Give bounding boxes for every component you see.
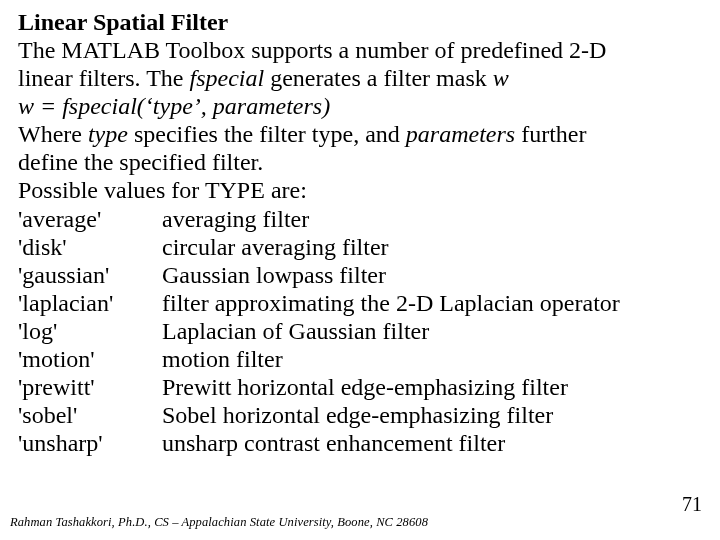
- table-row: 'unsharp' unsharp contrast enhancement f…: [18, 429, 704, 457]
- intro-line-2: linear filters. The fspecial generates a…: [18, 64, 704, 92]
- type-word: type: [88, 121, 128, 147]
- filter-desc: averaging filter: [162, 205, 704, 233]
- text: Where: [18, 121, 88, 147]
- filter-key: 'sobel': [18, 401, 162, 429]
- table-row: 'gaussian' Gaussian lowpass filter: [18, 261, 704, 289]
- filter-desc: Laplacian of Gaussian filter: [162, 317, 704, 345]
- filter-key: 'motion': [18, 345, 162, 373]
- text: specifies the filter type, and: [128, 121, 406, 147]
- filter-desc: Prewitt horizontal edge-emphasizing filt…: [162, 373, 704, 401]
- filter-key: 'prewitt': [18, 373, 162, 401]
- fspecial-word: fspecial: [190, 65, 265, 91]
- filter-key: 'disk': [18, 233, 162, 261]
- possible-values-heading: Possible values for TYPE are:: [18, 176, 704, 204]
- filter-key: 'unsharp': [18, 429, 162, 457]
- footer-credit: Rahman Tashakkori, Ph.D., CS – Appalachi…: [10, 515, 428, 530]
- w-var: w: [493, 65, 509, 91]
- filter-desc: filter approximating the 2-D Laplacian o…: [162, 289, 704, 317]
- table-row: 'motion' motion filter: [18, 345, 704, 373]
- table-row: 'log' Laplacian of Gaussian filter: [18, 317, 704, 345]
- parameters-word: parameters: [406, 121, 515, 147]
- where-line-1: Where type specifies the filter type, an…: [18, 120, 704, 148]
- where-line-2: define the specified filter.: [18, 148, 704, 176]
- filter-desc: motion filter: [162, 345, 704, 373]
- intro-line-1: The MATLAB Toolbox supports a number of …: [18, 36, 704, 64]
- table-row: 'sobel' Sobel horizontal edge-emphasizin…: [18, 401, 704, 429]
- table-row: 'prewitt' Prewitt horizontal edge-emphas…: [18, 373, 704, 401]
- slide: Linear Spatial Filter The MATLAB Toolbox…: [0, 0, 720, 540]
- slide-title: Linear Spatial Filter: [18, 8, 704, 36]
- filter-desc: circular averaging filter: [162, 233, 704, 261]
- page-number: 71: [682, 493, 702, 516]
- table-row: 'laplacian' filter approximating the 2-D…: [18, 289, 704, 317]
- filter-key: 'log': [18, 317, 162, 345]
- filter-key: 'gaussian': [18, 261, 162, 289]
- text: further: [515, 121, 586, 147]
- table-row: 'average' averaging filter: [18, 205, 704, 233]
- filter-desc: Gaussian lowpass filter: [162, 261, 704, 289]
- filter-desc: unsharp contrast enhancement filter: [162, 429, 704, 457]
- filter-key: 'laplacian': [18, 289, 162, 317]
- text: generates a filter mask: [264, 65, 493, 91]
- filter-desc: Sobel horizontal edge-emphasizing filter: [162, 401, 704, 429]
- table-row: 'disk' circular averaging filter: [18, 233, 704, 261]
- text: linear filters. The: [18, 65, 190, 91]
- syntax-line: w = fspecial(‘type’, parameters): [18, 92, 704, 120]
- filter-key: 'average': [18, 205, 162, 233]
